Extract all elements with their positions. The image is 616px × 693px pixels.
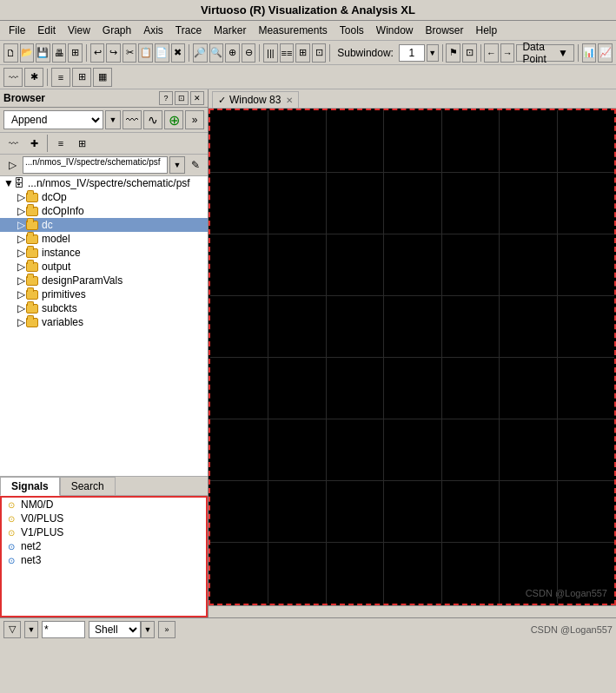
- folder-icon-10: [25, 316, 39, 328]
- path-edit-icon[interactable]: ✎: [187, 156, 204, 174]
- filter-dropdown[interactable]: ▼: [24, 621, 38, 638]
- tb-btn10[interactable]: 📄: [155, 43, 169, 63]
- append-line-icon[interactable]: 〰: [123, 110, 142, 129]
- tb2-btn4[interactable]: ⊞: [72, 68, 91, 87]
- bottom-tabs: Signals Search: [0, 477, 208, 496]
- expand-right-btn[interactable]: »: [158, 621, 176, 638]
- window-tab-close[interactable]: ✕: [286, 96, 293, 105]
- tb-btn18[interactable]: ⊞: [295, 43, 310, 63]
- icon-table[interactable]: ⊞: [72, 135, 91, 152]
- tree-item-5[interactable]: ▷ instance: [0, 246, 208, 260]
- append-dropdown-arrow[interactable]: ▼: [105, 110, 121, 129]
- print-btn[interactable]: 🖶: [52, 43, 67, 63]
- shell-dropdown[interactable]: ▼: [141, 621, 155, 638]
- browser-close-icon[interactable]: ✕: [190, 91, 204, 105]
- tb-graph2[interactable]: 📈: [598, 43, 613, 63]
- menu-item-browser[interactable]: Browser: [421, 23, 469, 38]
- save-btn[interactable]: 💾: [36, 43, 50, 63]
- icon-wave1[interactable]: 〰: [3, 135, 23, 152]
- tb-btn12[interactable]: 🔎: [193, 43, 208, 63]
- tree-item-3[interactable]: ▷ dc: [0, 218, 208, 232]
- tree-item-0[interactable]: ▼ 🗄 ...n/nmos_IV/spectre/schematic/psf: [0, 176, 208, 190]
- menu-item-help[interactable]: Help: [471, 23, 503, 38]
- signal-item-1[interactable]: ⊙ V0/PLUS: [2, 512, 206, 525]
- tb-btn7[interactable]: ↪: [106, 43, 121, 63]
- tb-btn9[interactable]: 📋: [138, 43, 153, 63]
- menu-item-tools[interactable]: Tools: [334, 23, 369, 38]
- browser-help-icon[interactable]: ?: [159, 91, 173, 105]
- append-select[interactable]: Append: [3, 110, 103, 129]
- menu-item-graph[interactable]: Graph: [97, 23, 136, 38]
- path-dropdown[interactable]: ▼: [169, 156, 185, 174]
- menu-item-file[interactable]: File: [3, 23, 30, 38]
- menu-item-edit[interactable]: Edit: [32, 23, 61, 38]
- signal-item-2[interactable]: ⊙ V1/PLUS: [2, 525, 206, 539]
- signal-item-4[interactable]: ⊙ net3: [2, 553, 206, 567]
- subwindow-dropdown[interactable]: ▼: [427, 44, 439, 62]
- tree-item-10[interactable]: ▷ variables: [0, 315, 208, 329]
- tb-left[interactable]: ←: [484, 43, 499, 63]
- signals-area: ⊙ NM0/D ⊙ V0/PLUS ⊙ V1/PLUS ⊙ net2 ⊙ net…: [0, 496, 208, 617]
- open-btn[interactable]: 📂: [20, 43, 35, 63]
- filter-icon[interactable]: ▽: [3, 621, 21, 638]
- tab-signals[interactable]: Signals: [0, 477, 60, 496]
- tb-btn6[interactable]: ↩: [90, 43, 105, 63]
- path-input[interactable]: ...n/nmos_IV/spectre/schematic/psf: [23, 156, 168, 174]
- tree-item-1[interactable]: ▷ dcOp: [0, 190, 208, 204]
- menu-item-axis[interactable]: Axis: [138, 23, 169, 38]
- menu-item-window[interactable]: Window: [371, 23, 419, 38]
- tb-right[interactable]: →: [500, 43, 515, 63]
- tree-expand-root: ▼: [0, 177, 14, 189]
- browser-settings-icon[interactable]: ⊡: [175, 91, 189, 105]
- tb-cursor[interactable]: ⊡: [462, 43, 477, 63]
- tb-flag[interactable]: ⚑: [446, 43, 460, 63]
- tree-item-8[interactable]: ▷ primitives: [0, 287, 208, 301]
- icon-plus[interactable]: ✚: [24, 135, 43, 152]
- signal-icon-2: ⊙: [5, 526, 17, 538]
- window-tab[interactable]: ✓ Window 83 ✕: [212, 91, 299, 108]
- tab-search[interactable]: Search: [60, 477, 116, 495]
- tree-label-8: primitives: [42, 288, 86, 300]
- append-add-icon[interactable]: ⊕: [164, 110, 183, 129]
- tree-item-6[interactable]: ▷ output: [0, 260, 208, 274]
- tb2-btn1[interactable]: 〰: [3, 68, 23, 87]
- tree-area[interactable]: ▼ 🗄 ...n/nmos_IV/spectre/schematic/psf ▷…: [0, 176, 208, 477]
- signal-item-0[interactable]: ⊙ NM0/D: [2, 498, 206, 512]
- tree-item-4[interactable]: ▷ model: [0, 232, 208, 246]
- expand-tree-icon[interactable]: ▷: [3, 156, 21, 174]
- menu-item-marker[interactable]: Marker: [209, 23, 251, 38]
- menu-item-measurements[interactable]: Measurements: [253, 23, 332, 38]
- tree-label-5: instance: [42, 247, 81, 259]
- tree-item-2[interactable]: ▷ dcOpInfo: [0, 204, 208, 218]
- title-bar: Virtuoso (R) Visualization & Analysis XL: [0, 0, 616, 21]
- tb2-btn3[interactable]: ≡: [51, 68, 70, 87]
- tree-item-9[interactable]: ▷ subckts: [0, 301, 208, 315]
- icon-list[interactable]: ≡: [51, 135, 70, 152]
- append-expand-icon[interactable]: »: [185, 110, 204, 129]
- menu-item-trace[interactable]: Trace: [170, 23, 207, 38]
- new-btn[interactable]: 🗋: [3, 43, 18, 63]
- signal-item-3[interactable]: ⊙ net2: [2, 539, 206, 553]
- shell-select[interactable]: Shell Ocean SKILL: [89, 621, 141, 638]
- tb-btn13[interactable]: 🔍: [209, 43, 224, 63]
- grid-v-2: [326, 110, 327, 604]
- tb-btn14[interactable]: ⊕: [225, 43, 240, 63]
- tb-btn8[interactable]: ✂: [123, 43, 137, 63]
- data-point-btn[interactable]: Data Point ▼: [516, 44, 574, 62]
- tb-btn16[interactable]: |||: [263, 43, 278, 63]
- tb-chart[interactable]: 📊: [582, 43, 597, 63]
- tb-btn11[interactable]: ✖: [171, 43, 186, 63]
- menu-item-view[interactable]: View: [63, 23, 96, 38]
- sep1: [86, 44, 87, 62]
- sep7: [578, 44, 579, 62]
- tb2-btn2[interactable]: ✱: [24, 68, 43, 87]
- tb2-btn5[interactable]: ▦: [93, 68, 112, 87]
- filter-input[interactable]: [42, 621, 85, 638]
- tb-btn17[interactable]: ≡≡: [280, 43, 295, 63]
- subwindow-input[interactable]: [399, 44, 425, 62]
- tree-item-7[interactable]: ▷ designParamVals: [0, 274, 208, 287]
- tb-btn5[interactable]: ⊞: [68, 43, 83, 63]
- tb-btn15[interactable]: ⊖: [242, 43, 256, 63]
- append-wave-icon[interactable]: ∿: [143, 110, 162, 129]
- tb-btn19[interactable]: ⊡: [312, 43, 327, 63]
